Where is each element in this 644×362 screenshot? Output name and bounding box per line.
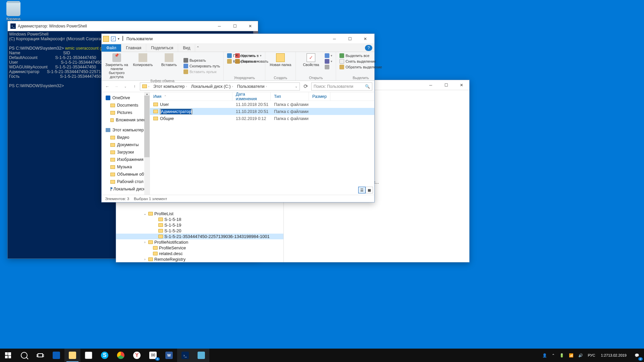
edit-button[interactable]: ▾ bbox=[325, 59, 332, 64]
tab-view[interactable]: Вид bbox=[178, 44, 195, 52]
ribbon-collapse[interactable]: ⌃ bbox=[195, 46, 201, 50]
select-all-button[interactable]: Выделить все bbox=[339, 53, 382, 58]
close-button[interactable]: ✕ bbox=[243, 21, 258, 31]
refresh-button[interactable]: ⟳ bbox=[302, 82, 310, 90]
taskbar-yandex[interactable]: Y bbox=[129, 349, 145, 362]
rename-input[interactable]: Администратор bbox=[160, 109, 192, 114]
edge-icon bbox=[53, 352, 60, 359]
navpane-scrollbar[interactable]: ▴ bbox=[144, 92, 150, 195]
table-row[interactable]: User 11.10.2018 20:51 Папка с файлами bbox=[150, 101, 374, 108]
recent-locations[interactable]: ⌄ bbox=[122, 83, 129, 90]
onedrive-icon bbox=[106, 96, 110, 100]
tab-home[interactable]: Главная bbox=[121, 44, 147, 52]
col-name[interactable]: Имя⌃ bbox=[150, 92, 232, 101]
tab-share[interactable]: Поделиться bbox=[146, 44, 178, 52]
drive-icon bbox=[110, 187, 111, 191]
regedit-selected-key[interactable]: S-1-5-21-3534447450-2257139036-134319898… bbox=[116, 234, 283, 239]
copy-path-button[interactable]: Скопировать путь bbox=[183, 64, 220, 68]
crumb-local-disk[interactable]: Локальный диск (C:)› bbox=[189, 84, 235, 89]
qat-checkbox[interactable]: ✓ bbox=[111, 37, 116, 41]
maximize-button[interactable]: ☐ bbox=[438, 80, 454, 90]
taskbar-explorer[interactable] bbox=[64, 349, 80, 362]
taskbar-mail[interactable]: ✉8 bbox=[145, 349, 161, 362]
powershell-titlebar[interactable]: ›_ Администратор: Windows PowerShell ─ ☐… bbox=[8, 21, 258, 31]
tray-overflow[interactable]: ⌃ bbox=[549, 349, 557, 362]
table-row[interactable]: Администратор 11.10.2018 20:51 Папка с ф… bbox=[150, 108, 374, 115]
rename-button[interactable]: Переименовать bbox=[235, 59, 268, 64]
paste-shortcut-button[interactable]: Вставить ярлык bbox=[183, 69, 220, 74]
folder-icon bbox=[142, 84, 147, 88]
back-button[interactable]: ← bbox=[104, 83, 111, 90]
nav-pane[interactable]: OneDrive Documents Pictures Вложения эле… bbox=[102, 92, 150, 195]
cut-button[interactable]: Вырезать bbox=[183, 58, 220, 63]
minimize-button[interactable]: ─ bbox=[212, 21, 227, 31]
history-icon bbox=[325, 65, 329, 69]
icons-view-button[interactable]: ▦ bbox=[366, 187, 373, 193]
qat-dropdown[interactable]: ▾ bbox=[118, 37, 119, 41]
crumb-users[interactable]: Пользователи› bbox=[235, 84, 269, 89]
tray-date: 13.02.2019 bbox=[608, 353, 627, 358]
delete-icon: ✕ bbox=[235, 53, 240, 58]
selectnone-icon bbox=[339, 59, 344, 64]
pin-to-quick-access-button[interactable]: 📌Закрепить на панели быстрого доступа bbox=[105, 53, 128, 79]
details-view-button[interactable]: ☰ bbox=[358, 187, 366, 193]
recycle-bin[interactable]: Корзина bbox=[3, 2, 23, 21]
taskbar-powershell[interactable]: ›_ bbox=[177, 349, 193, 362]
new-folder-button[interactable]: Новая папка bbox=[269, 53, 292, 67]
maximize-button[interactable]: ☐ bbox=[342, 34, 358, 44]
breadcrumb[interactable]: › Этот компьютер› Локальный диск (C:)› П… bbox=[140, 82, 300, 90]
tray-people[interactable]: 👤 bbox=[540, 349, 549, 362]
search-input[interactable]: Поиск: Пользователи 🔍 bbox=[311, 82, 372, 90]
up-button[interactable]: ↑ bbox=[131, 83, 138, 90]
taskbar-skype[interactable]: S bbox=[97, 349, 113, 362]
tray-battery[interactable]: 🔋 bbox=[557, 349, 567, 362]
maximize-button[interactable]: ☐ bbox=[227, 21, 243, 31]
tray-clock[interactable]: 1:27 13.02.2019 bbox=[598, 349, 630, 362]
select-group-label: Выделить bbox=[353, 76, 369, 80]
properties-icon bbox=[307, 53, 315, 62]
battery-icon: 🔋 bbox=[559, 353, 564, 358]
copyto-icon bbox=[227, 59, 232, 64]
select-none-button[interactable]: Снять выделение bbox=[339, 59, 382, 64]
invert-selection-button[interactable]: Обратить выделение bbox=[339, 65, 382, 69]
help-button[interactable]: ? bbox=[365, 45, 372, 51]
skype-icon: S bbox=[101, 352, 108, 359]
system-tray: 👤 ⌃ 🔋 📶 🔊 РУС 1:27 13.02.2019 💬 2 bbox=[540, 349, 644, 362]
history-button[interactable] bbox=[325, 65, 332, 69]
tab-file[interactable]: Файл bbox=[102, 44, 121, 52]
invertsel-icon bbox=[339, 65, 344, 69]
table-row[interactable]: Общие 13.02.2019 0:12 Папка с файлами bbox=[150, 115, 374, 122]
col-type[interactable]: Тип bbox=[271, 92, 309, 101]
taskbar-edge[interactable] bbox=[48, 349, 64, 362]
tray-notifications[interactable]: 💬 2 bbox=[630, 349, 644, 362]
minimize-button[interactable]: ─ bbox=[327, 34, 342, 44]
taskbar-store[interactable] bbox=[80, 349, 97, 362]
copy-button[interactable]: Копировать bbox=[131, 53, 155, 79]
file-list[interactable]: Имя⌃ Дата изменения Тип Размер User 11.1… bbox=[150, 92, 374, 195]
close-button[interactable]: ✕ bbox=[454, 80, 469, 90]
tray-language[interactable]: РУС bbox=[585, 349, 597, 362]
taskbar-chrome[interactable] bbox=[113, 349, 129, 362]
crumb-this-pc[interactable]: Этот компьютер› bbox=[151, 84, 189, 89]
copypath-icon bbox=[183, 64, 188, 68]
ribbon: 📌Закрепить на панели быстрого доступа Ко… bbox=[102, 52, 374, 81]
search-button[interactable] bbox=[16, 349, 32, 362]
tray-wifi[interactable]: 📶 bbox=[567, 349, 576, 362]
breadcrumb-dropdown[interactable]: ⌄ bbox=[293, 84, 300, 88]
delete-button[interactable]: ✕Удалить▾ bbox=[235, 53, 268, 58]
start-button[interactable] bbox=[0, 349, 16, 362]
open-dropdown[interactable]: ▾ bbox=[325, 53, 332, 58]
close-button[interactable]: ✕ bbox=[358, 34, 373, 44]
col-date[interactable]: Дата изменения bbox=[232, 92, 271, 101]
taskbar-word[interactable]: W bbox=[161, 349, 177, 362]
column-headers[interactable]: Имя⌃ Дата изменения Тип Размер bbox=[150, 92, 374, 101]
task-view-button[interactable] bbox=[32, 349, 48, 362]
paste-button[interactable]: Вставить bbox=[157, 53, 181, 79]
tray-volume[interactable]: 🔊 bbox=[576, 349, 585, 362]
properties-button[interactable]: Свойства bbox=[299, 53, 323, 69]
minimize-button[interactable]: ─ bbox=[423, 80, 438, 90]
taskbar-regedit[interactable] bbox=[193, 349, 209, 362]
open-group-label: Открыть bbox=[309, 76, 323, 80]
forward-button[interactable]: → bbox=[113, 83, 120, 90]
col-size[interactable]: Размер bbox=[309, 92, 330, 101]
